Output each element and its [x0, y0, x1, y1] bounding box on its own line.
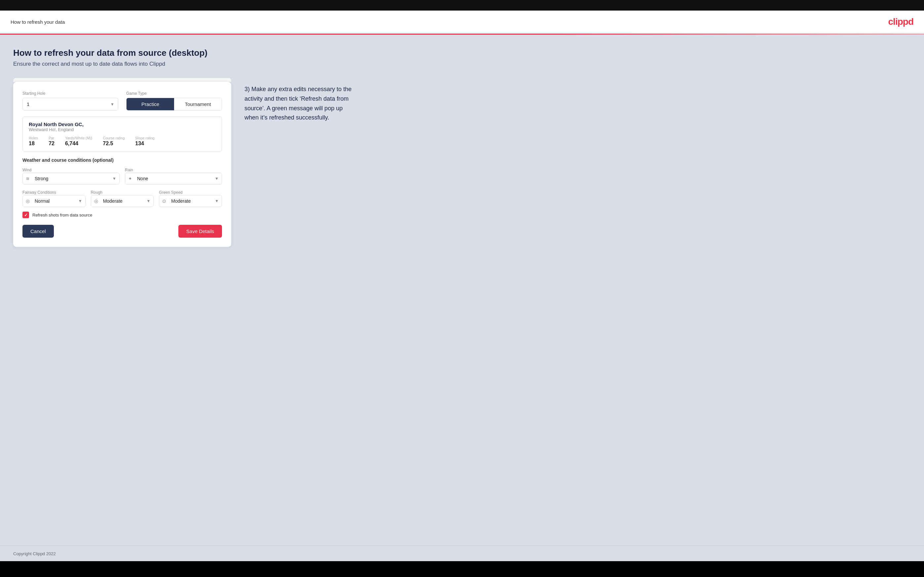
page-heading: How to refresh your data from source (de… — [13, 48, 911, 58]
form-card-container: Starting Hole 1 10 ▼ Game Type Practi — [13, 78, 231, 247]
rough-select[interactable]: Moderate Light Heavy — [91, 195, 154, 207]
course-location: Westward Ho!, England — [29, 127, 216, 132]
footer: Copyright Clippd 2022 — [0, 546, 924, 561]
side-text: 3) Make any extra edits necessary to the… — [244, 78, 357, 122]
button-row: Cancel Save Details — [23, 225, 222, 238]
top-form-row: Starting Hole 1 10 ▼ Game Type Practi — [23, 91, 222, 111]
header-title: How to refresh your data — [11, 19, 65, 25]
side-text-content: 3) Make any extra edits necessary to the… — [244, 84, 357, 122]
wind-group: Wind ≋ Strong Light None ▼ — [23, 167, 120, 185]
slope-rating-label: Slope rating — [135, 136, 155, 140]
course-rating-value: 72.5 — [103, 140, 124, 147]
wind-label: Wind — [23, 168, 31, 172]
game-type-toggle: Practice Tournament — [126, 98, 222, 111]
page-subheading: Ensure the correct and most up to date d… — [13, 61, 911, 67]
rough-group: Rough ◎ Moderate Light Heavy ▼ — [91, 189, 154, 207]
green-speed-select[interactable]: Moderate Slow Fast — [159, 195, 222, 207]
main-content: How to refresh your data from source (de… — [0, 35, 924, 546]
par-stat: Par 72 — [48, 136, 55, 147]
wind-select[interactable]: Strong Light None — [23, 172, 120, 185]
starting-hole-label: Starting Hole — [23, 91, 118, 96]
fairway-row: Fairway Conditions ◎ Normal Dry Wet ▼ — [23, 189, 222, 207]
course-info-box: Royal North Devon GC, Westward Ho!, Engl… — [23, 116, 222, 152]
starting-hole-group: Starting Hole 1 10 ▼ — [23, 91, 118, 111]
course-stats: Holes 18 Par 72 Yards/White (M)) 6,744 — [29, 136, 216, 147]
fairway-label: Fairway Conditions — [23, 190, 56, 195]
holes-stat: Holes 18 — [29, 136, 38, 147]
footer-copyright: Copyright Clippd 2022 — [13, 551, 56, 556]
slope-rating-value: 134 — [135, 140, 155, 147]
course-rating-stat: Course rating 72.5 — [103, 136, 124, 147]
holes-label: Holes — [29, 136, 38, 140]
game-type-label: Game Type — [126, 91, 222, 96]
rough-select-wrap: ◎ Moderate Light Heavy ▼ — [91, 195, 154, 207]
fairway-select-wrap: ◎ Normal Dry Wet ▼ — [23, 195, 86, 207]
save-button[interactable]: Save Details — [178, 225, 222, 238]
yards-label: Yards/White (M)) — [65, 136, 92, 140]
refresh-checkbox-row: ✓ Refresh shots from data source — [23, 211, 222, 218]
rain-select-wrap: ✦ None Light Heavy ▼ — [125, 172, 222, 185]
wind-rain-row: Wind ≋ Strong Light None ▼ Rain — [23, 167, 222, 185]
rain-group: Rain ✦ None Light Heavy ▼ — [125, 167, 222, 185]
green-speed-group: Green Speed ⊙ Moderate Slow Fast ▼ — [159, 189, 222, 207]
conditions-title: Weather and course conditions (optional) — [23, 158, 222, 163]
par-value: 72 — [48, 140, 55, 147]
refresh-checkbox[interactable]: ✓ — [23, 211, 29, 218]
green-speed-select-wrap: ⊙ Moderate Slow Fast ▼ — [159, 195, 222, 207]
header: How to refresh your data clippd — [0, 11, 924, 34]
yards-stat: Yards/White (M)) 6,744 — [65, 136, 92, 147]
rough-label: Rough — [91, 190, 102, 195]
course-rating-label: Course rating — [103, 136, 124, 140]
green-speed-label: Green Speed — [159, 190, 183, 195]
fairway-select[interactable]: Normal Dry Wet — [23, 195, 86, 207]
rain-select[interactable]: None Light Heavy — [125, 172, 222, 185]
fairway-group: Fairway Conditions ◎ Normal Dry Wet ▼ — [23, 189, 86, 207]
starting-hole-select-wrap: 1 10 ▼ — [23, 98, 118, 111]
card-partial-top — [13, 78, 231, 82]
holes-value: 18 — [29, 140, 38, 147]
form-card: Starting Hole 1 10 ▼ Game Type Practi — [13, 82, 231, 247]
checkmark-icon: ✓ — [24, 213, 28, 218]
par-label: Par — [48, 136, 55, 140]
course-name: Royal North Devon GC, — [29, 121, 216, 127]
game-type-group: Game Type Practice Tournament — [126, 91, 222, 111]
top-bar — [0, 0, 924, 11]
slope-rating-stat: Slope rating 134 — [135, 136, 155, 147]
wind-select-wrap: ≋ Strong Light None ▼ — [23, 172, 120, 185]
content-row: Starting Hole 1 10 ▼ Game Type Practi — [13, 78, 911, 247]
logo: clippd — [888, 16, 913, 27]
tournament-button[interactable]: Tournament — [174, 98, 222, 110]
refresh-label: Refresh shots from data source — [32, 213, 92, 218]
starting-hole-select[interactable]: 1 10 — [23, 98, 118, 111]
practice-button[interactable]: Practice — [126, 98, 174, 110]
yards-value: 6,744 — [65, 140, 92, 147]
rain-label: Rain — [125, 168, 133, 172]
cancel-button[interactable]: Cancel — [23, 225, 54, 238]
